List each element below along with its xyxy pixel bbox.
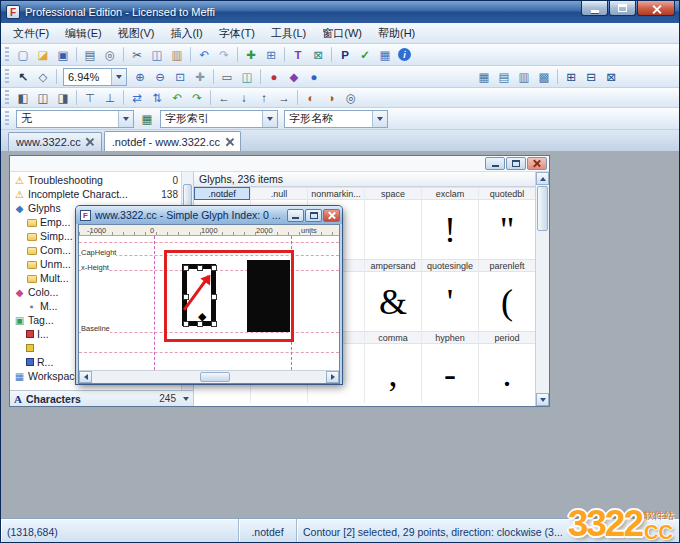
cell-space[interactable]: space [365,187,422,259]
pan-icon[interactable]: ✚ [191,68,209,85]
toolbar-grip-icon[interactable] [5,90,9,105]
glyph-name-combo[interactable]: 字形名称 [284,110,388,128]
composites-icon[interactable]: ⊠ [309,46,327,63]
print-preview-icon[interactable]: ◎ [101,46,119,63]
toolbar-grip-icon[interactable] [5,111,9,126]
selection-handle[interactable] [183,265,189,271]
open-icon[interactable]: ◪ [34,46,52,63]
scroll-thumb[interactable] [200,372,230,382]
close-tab-icon[interactable] [86,138,94,146]
selection-handle[interactable] [211,321,217,327]
tab-www-3322[interactable]: www.3322.cc [8,132,102,151]
maximize-button[interactable] [609,1,636,16]
cell-quotesingle[interactable]: quotesingle ' [422,259,479,331]
pointer-icon[interactable]: ↖ [14,68,32,85]
on-curve-point-icon[interactable]: ● [265,68,283,85]
align-bottom-icon[interactable]: ⊥ [101,89,119,106]
snap-to-outline-icon[interactable]: ⊠ [602,68,620,85]
chevron-down-icon[interactable] [262,111,277,127]
align-right-icon[interactable]: ◨ [54,89,72,106]
chevron-down-icon[interactable] [118,111,133,127]
flip-vertical-icon[interactable]: ⇅ [148,89,166,106]
toolbar-grip-icon[interactable] [5,47,9,62]
cell-ampersand[interactable]: ampersand & [365,259,422,331]
origin-guide-line[interactable] [154,236,155,370]
scroll-right-icon[interactable] [326,371,339,383]
glyph-preview-icon[interactable]: ◎ [342,89,360,106]
transform-icon[interactable]: T [289,46,307,63]
insert-contour-icon[interactable]: ✚ [242,46,260,63]
glyph-index-combo[interactable]: 字形索引 [160,110,278,128]
gw-close-button[interactable] [323,209,340,222]
menu-edit[interactable]: 编辑(E) [57,24,110,43]
paste-icon[interactable]: ▥ [168,46,186,63]
zoom-in-icon[interactable]: ⊕ [131,68,149,85]
align-left-icon[interactable]: ◧ [14,89,32,106]
guides-toggle-icon[interactable]: ◫ [238,68,256,85]
undo-icon[interactable]: ↶ [195,46,213,63]
show-points-icon[interactable]: ▩ [535,68,553,85]
filter-combo[interactable]: 无 [16,110,134,128]
nudge-left-icon[interactable]: ← [215,89,233,106]
selection-handle[interactable] [211,265,217,271]
chevron-down-icon[interactable] [111,69,126,85]
nudge-right-icon[interactable]: → [275,89,293,106]
insert-component-icon[interactable]: ⊞ [262,46,280,63]
selection-handle[interactable] [197,265,203,271]
rotate-cw-icon[interactable]: ↷ [188,89,206,106]
characters-bar[interactable]: A Characters 245 [10,390,193,406]
nudge-up-icon[interactable]: ↑ [255,89,273,106]
menu-file[interactable]: 文件(F) [5,24,57,43]
menu-insert[interactable]: 插入(I) [162,24,210,43]
gw-minimize-button[interactable] [287,209,304,222]
tree-item-troubleshooting[interactable]: Troubleshooting 0 [10,173,181,187]
glyph-hscrollbar[interactable] [79,370,339,383]
cell-period[interactable]: period . [479,331,536,403]
cell-quotedbl[interactable]: quotedbl " [479,187,536,259]
cut-icon[interactable]: ✂ [128,46,146,63]
selection-handle[interactable] [183,321,189,327]
menu-help[interactable]: 帮助(H) [370,24,423,43]
copy-icon[interactable]: ◫ [148,46,166,63]
off-curve-point-icon[interactable]: ◆ [285,68,303,85]
menu-view[interactable]: 视图(V) [110,24,163,43]
nudge-down-icon[interactable]: ↓ [235,89,253,106]
cell-parenleft[interactable]: parenleft ( [479,259,536,331]
print-icon[interactable]: ▤ [81,46,99,63]
selection-handle[interactable] [183,294,189,300]
glyph-contour-right[interactable] [247,260,290,332]
points-mode-icon[interactable]: P [336,46,354,63]
cell-hyphen[interactable]: hyphen - [422,331,479,403]
contour-intersect-icon[interactable]: ◑ [322,89,340,106]
minimize-button[interactable] [581,1,608,16]
overview-scrollbar[interactable] [535,172,549,406]
menu-tools[interactable]: 工具(L) [263,24,314,43]
scroll-track[interactable] [92,371,326,383]
save-icon[interactable]: ▣ [54,46,72,63]
redo-icon[interactable]: ↷ [215,46,233,63]
snap-to-guides-icon[interactable]: ⊟ [582,68,600,85]
rotate-ccw-icon[interactable]: ↶ [168,89,186,106]
font-info-icon[interactable]: i [398,48,411,61]
tab-notdef[interactable]: .notdef - www.3322.cc [104,131,241,151]
chevron-down-icon[interactable] [372,111,387,127]
align-top-icon[interactable]: ⊤ [81,89,99,106]
snap-to-grid-icon[interactable]: ⊞ [562,68,580,85]
show-grid-icon[interactable]: ▦ [475,68,493,85]
doc-close-button[interactable] [527,157,547,170]
scroll-up-icon[interactable] [536,172,549,185]
glyph-filter-icon[interactable]: ▦ [138,110,156,127]
title-bar[interactable]: F Professional Edition - Licensed to Mef… [1,1,679,23]
doc-restore-button[interactable] [506,157,526,170]
flip-horizontal-icon[interactable]: ⇄ [128,89,146,106]
new-icon[interactable]: ▢ [14,46,32,63]
zoom-combo[interactable]: 6.94% [63,68,127,86]
show-metrics-icon[interactable]: ▤ [495,68,513,85]
gw-restore-button[interactable] [305,209,322,222]
zoom-out-icon[interactable]: ⊖ [151,68,169,85]
zoom-rect-icon[interactable]: ⊡ [171,68,189,85]
compare-icon[interactable]: ▦ [376,46,394,63]
toolbar-grip-icon[interactable] [5,69,9,84]
show-guidelines-icon[interactable]: ▥ [515,68,533,85]
glyph-canvas[interactable]: CapHeight x-Height Baseline [79,236,339,370]
